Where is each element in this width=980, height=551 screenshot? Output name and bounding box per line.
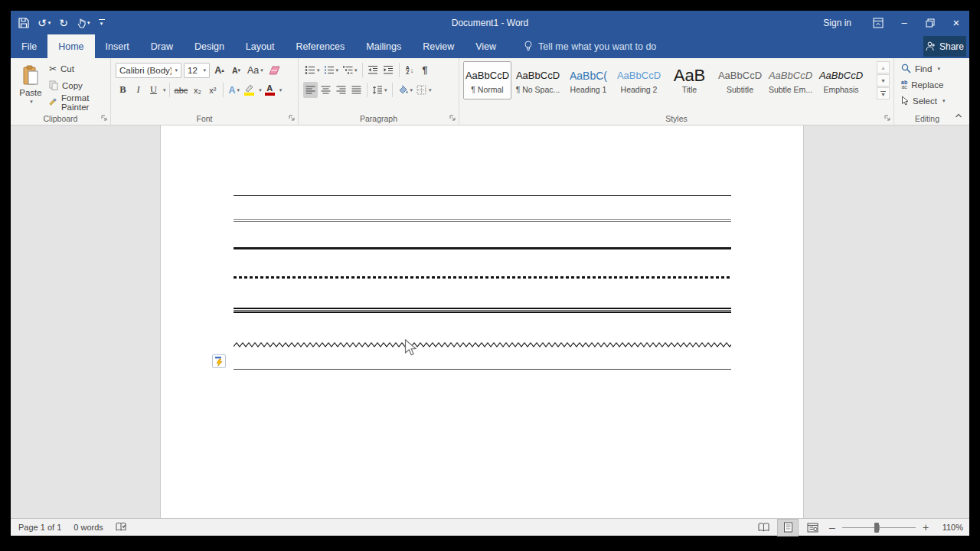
zoom-in-button[interactable]: +	[920, 521, 931, 533]
style-card-subtle-emphasis[interactable]: AaBbCcD Subtle Em...	[766, 61, 815, 99]
ribbon-display-options-button[interactable]	[865, 11, 891, 34]
italic-label: I	[136, 84, 139, 96]
touch-mouse-mode-button[interactable]: ▾	[77, 18, 90, 28]
style-card-no-spacing[interactable]: AaBbCcD ¶ No Spac...	[514, 61, 562, 99]
font-color-dropdown-icon[interactable]: ▾	[279, 87, 283, 93]
underline-dropdown-icon[interactable]: ▾	[163, 87, 166, 93]
style-card-title[interactable]: AaB Title	[665, 61, 714, 99]
share-button[interactable]: Share	[923, 36, 966, 57]
highlight-dropdown-icon[interactable]: ▾	[259, 87, 262, 93]
font-name-combo[interactable]: Calibri (Body) ▾	[116, 63, 181, 78]
page-count-status[interactable]: Page 1 of 1	[18, 523, 61, 532]
tab-view[interactable]: View	[465, 34, 507, 58]
align-center-button[interactable]	[318, 82, 333, 98]
line-spacing-button[interactable]: ▾	[371, 82, 389, 98]
zoom-slider-thumb[interactable]	[874, 523, 879, 533]
decrease-indent-button[interactable]	[366, 62, 381, 78]
cut-button[interactable]: ✂ Cut	[49, 61, 110, 76]
text-effects-button[interactable]: A ▾	[227, 82, 241, 98]
styles-scroll-up-button[interactable]: ▴	[877, 61, 890, 73]
styles-dialog-launcher[interactable]	[883, 113, 891, 122]
font-color-button[interactable]: A	[263, 82, 277, 98]
style-name: ¶ No Spac...	[516, 85, 560, 94]
bold-button[interactable]: B	[116, 82, 130, 98]
find-button[interactable]: Find ▾	[901, 61, 945, 76]
multilevel-list-button[interactable]: ▾	[341, 62, 359, 78]
font-dialog-launcher[interactable]	[287, 113, 296, 122]
customize-quick-access-toolbar-button[interactable]: ▾	[99, 19, 105, 26]
subscript-button[interactable]: x₂	[190, 82, 204, 98]
proofing-status-button[interactable]	[116, 522, 127, 533]
underline-button[interactable]: U	[146, 82, 161, 98]
zoom-out-button[interactable]: –	[827, 521, 838, 533]
align-right-icon	[336, 86, 346, 94]
highlight-color-button[interactable]	[242, 82, 256, 98]
styles-scroll-down-button[interactable]: ▾	[877, 74, 890, 86]
print-layout-button[interactable]	[778, 520, 798, 536]
tab-layout[interactable]: Layout	[235, 34, 286, 58]
hr-line-triple	[234, 308, 731, 313]
format-painter-button[interactable]: Format Painter	[49, 95, 110, 109]
document-canvas[interactable]	[11, 126, 969, 518]
tell-me-box[interactable]: Tell me what you want to do	[524, 34, 656, 58]
sort-button[interactable]: AZ ↓	[403, 62, 417, 78]
sign-in-button[interactable]: Sign in	[809, 11, 865, 34]
shading-button[interactable]: ▾	[396, 82, 415, 98]
tab-insert[interactable]: Insert	[95, 34, 140, 58]
style-card-emphasis[interactable]: AaBbCcD Emphasis	[817, 61, 865, 99]
minimize-button[interactable]: –	[891, 11, 917, 34]
tab-design[interactable]: Design	[184, 34, 235, 58]
style-name: Heading 2	[621, 85, 658, 94]
paragraph-dialog-launcher[interactable]	[448, 113, 456, 122]
undo-button[interactable]: ↺ ▾	[38, 18, 51, 28]
copy-button[interactable]: Copy	[49, 78, 110, 93]
restore-button[interactable]	[917, 11, 943, 34]
borders-button[interactable]: ▾	[415, 82, 433, 98]
tab-mailings[interactable]: Mailings	[355, 34, 412, 58]
grow-font-button[interactable]: A▴	[212, 62, 227, 78]
justify-button[interactable]	[349, 82, 364, 98]
close-button[interactable]: ×	[943, 11, 969, 34]
tab-draw[interactable]: Draw	[140, 34, 184, 58]
increase-indent-icon	[383, 65, 394, 75]
align-right-button[interactable]	[334, 82, 348, 98]
line-spacing-icon	[372, 86, 383, 95]
redo-button[interactable]: ↻	[59, 18, 68, 28]
bullets-button[interactable]: ▾	[303, 62, 322, 78]
change-case-button[interactable]: Aa ▾	[246, 62, 265, 78]
clear-formatting-button[interactable]	[267, 62, 282, 78]
select-button[interactable]: Select ▾	[901, 93, 945, 108]
show-hide-pilcrow-button[interactable]: ¶	[418, 62, 433, 78]
tab-file[interactable]: File	[11, 34, 47, 58]
collapse-ribbon-button[interactable]	[952, 110, 965, 121]
web-layout-button[interactable]	[802, 520, 822, 536]
increase-indent-button[interactable]	[381, 62, 396, 78]
replace-button[interactable]: ab ac Replace	[901, 77, 945, 92]
strikethrough-button[interactable]: abc	[173, 82, 190, 98]
styles-gallery-more-button[interactable]: ▾	[877, 87, 890, 99]
tab-review[interactable]: Review	[412, 34, 465, 58]
style-card-subtitle[interactable]: AaBbCcD Subtitle	[716, 61, 764, 99]
paste-button[interactable]: Paste ▾	[15, 60, 47, 120]
zoom-slider[interactable]	[842, 520, 916, 536]
italic-button[interactable]: I	[131, 82, 145, 98]
clipboard-buttons: ✂ Cut Copy Format Painter	[49, 61, 110, 109]
tab-references[interactable]: References	[285, 34, 355, 58]
autocorrect-options-button[interactable]	[212, 354, 226, 368]
tab-home[interactable]: Home	[47, 34, 94, 58]
style-card-heading1[interactable]: AaBbC( Heading 1	[564, 61, 612, 99]
zoom-percentage[interactable]: 110%	[936, 523, 963, 532]
align-left-button[interactable]	[303, 82, 318, 98]
font-size-combo[interactable]: 12 ▾	[184, 63, 210, 78]
superscript-button[interactable]: x²	[205, 82, 220, 98]
shrink-font-button[interactable]: A▾	[229, 62, 243, 78]
read-mode-button[interactable]	[753, 520, 773, 536]
clipboard-dialog-launcher[interactable]	[100, 113, 108, 122]
word-count-status[interactable]: 0 words	[74, 523, 103, 532]
numbering-button[interactable]: ▾	[322, 62, 341, 78]
save-button[interactable]	[18, 18, 29, 28]
style-sample: AaBbCcD	[466, 67, 509, 85]
style-card-normal[interactable]: AaBbCcD ¶ Normal	[463, 61, 511, 99]
document-page[interactable]	[160, 126, 804, 518]
style-card-heading2[interactable]: AaBbCcD Heading 2	[615, 61, 663, 99]
